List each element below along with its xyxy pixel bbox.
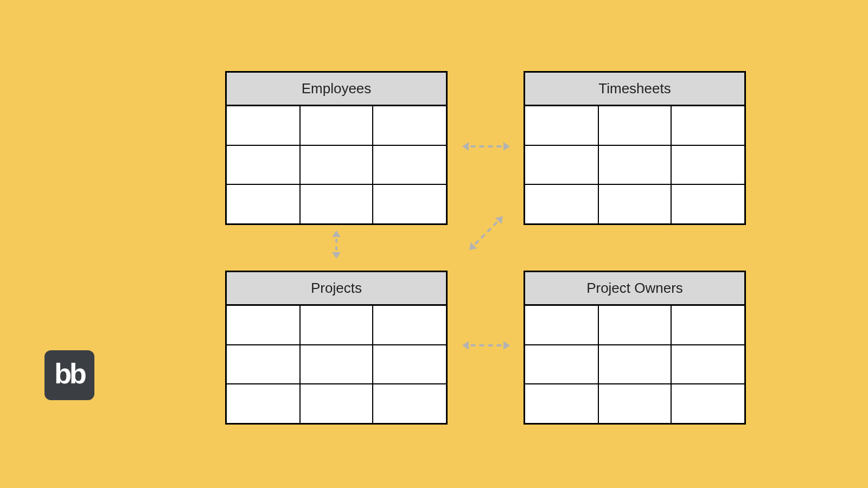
logo-badge: bb [44,350,94,400]
cell [525,145,598,184]
cell [300,345,373,384]
cell [227,384,300,423]
table-grid-projects [227,306,446,423]
cell [373,306,446,345]
table-projects: Projects [225,271,448,425]
cell [598,145,672,184]
cell [300,106,373,145]
cell [598,306,672,345]
cell [300,306,373,345]
table-header-projects: Projects [227,272,446,306]
cell [671,184,744,223]
cell [525,384,598,423]
cell [227,184,300,223]
table-header-project-owners: Project Owners [525,272,744,306]
cell [598,184,672,223]
cell [525,106,598,145]
table-header-timesheets: Timesheets [525,73,744,106]
cell [525,184,598,223]
cell [525,306,598,345]
table-employees: Employees [225,71,448,225]
cell [671,384,744,423]
cell [373,184,446,223]
cell [373,345,446,384]
cell [300,384,373,423]
cell [300,145,373,184]
cell [373,145,446,184]
table-header-employees: Employees [227,73,446,106]
cell [300,184,373,223]
relation-arrow-icon [462,140,510,153]
table-grid-project-owners [525,306,744,423]
cell [598,345,672,384]
relation-arrow-icon [462,339,510,352]
table-timesheets: Timesheets [524,71,746,225]
relation-arrow-icon [464,211,507,254]
cell [525,345,598,384]
cell [598,106,672,145]
cell [598,384,672,423]
cell [227,106,300,145]
cell [671,106,744,145]
cell [671,145,744,184]
cell [373,384,446,423]
logo-text: bb [54,359,85,391]
cell [671,306,744,345]
cell [671,345,744,384]
table-grid-timesheets [525,106,744,223]
cell [373,106,446,145]
table-grid-employees [227,106,446,223]
relation-arrow-icon [330,230,343,259]
cell [227,345,300,384]
table-project-owners: Project Owners [524,271,746,425]
cell [227,306,300,345]
cell [227,145,300,184]
